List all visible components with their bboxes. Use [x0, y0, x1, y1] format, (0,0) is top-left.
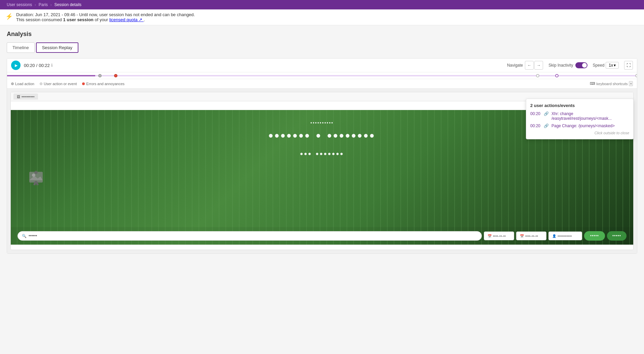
speed-dropdown[interactable]: 1x ▾	[606, 62, 619, 69]
nav-arrows: ← →	[525, 61, 543, 70]
svg-point-2	[34, 171, 38, 174]
browser-tab-icon: 🖼	[17, 95, 20, 99]
main-content: Analysis Timeline Session Replay ▶ 00:20…	[0, 25, 644, 352]
play-icon: ▶	[15, 63, 17, 68]
replay-viewer: 🖼 •••••••••• •••••••• ••••••• •••••••	[7, 88, 637, 253]
popup-event-2: 00:20 🔗 Page Change: /journeys/<masked>	[530, 123, 629, 128]
timeline-dot-red	[114, 74, 117, 77]
tab-session-replay[interactable]: Session Replay	[36, 42, 78, 53]
browser-tab: 🖼 ••••••••••	[13, 94, 38, 100]
event-page-link[interactable]: Page Change: /journeys/<masked>	[551, 123, 615, 128]
legend-item-user: User action or event	[40, 82, 77, 86]
search-icon: 🔍	[22, 234, 27, 238]
legend-dot-user	[40, 82, 42, 85]
search-button-1[interactable]: •••••	[584, 231, 605, 241]
nav-item-session-details[interactable]: Session details	[51, 0, 84, 9]
nav-item-paris[interactable]: Paris	[36, 0, 50, 9]
legend-bar: Load action User action or event Errors …	[7, 79, 637, 88]
search-form: 🔍 •••••• 📅 ••••-••-•• 📅 ••••-••-••	[11, 227, 633, 245]
fullscreen-icon: ⛶	[627, 63, 631, 68]
date-field-1: 📅 ••••-••-••	[484, 232, 514, 240]
skip-inactivity-control: Skip Inactivity	[548, 62, 587, 68]
fullscreen-button[interactable]: ⛶	[624, 61, 633, 70]
session-quota-text: This session consumed 1 user session of …	[16, 17, 195, 22]
popup-title: 2 user actions/events	[530, 103, 629, 108]
play-button[interactable]: ▶	[11, 61, 21, 70]
event-xhr-icon: 🔗	[544, 111, 549, 116]
search-button-2[interactable]: •••••	[607, 231, 627, 241]
keyboard-shortcuts[interactable]: ⌨ keyboard shortcuts ▪	[590, 81, 633, 86]
keyboard-kbd-icon: ▪	[629, 81, 633, 86]
player-container: ▶ 00:20 / 00:22 ℹ Navigate ← → Skip I	[7, 58, 637, 254]
session-info-text: Duration: Jun 17, 2021 - 09:46 - Until n…	[16, 12, 195, 22]
masked-text-small: ••••••••••	[310, 120, 333, 126]
total-time: 00:22	[39, 63, 50, 68]
date-text-1: ••••-••-••	[493, 234, 506, 238]
event-time-1: 00:20	[530, 111, 541, 116]
licensed-quota-link[interactable]: licensed quota ↗	[109, 17, 144, 22]
search-field-text: ••••••	[29, 234, 37, 238]
speed-chevron-icon: ▾	[614, 63, 616, 68]
popup-event-1: 00:20 🔗 Xhr: change /easytravel/rest/jou…	[530, 111, 629, 121]
legend-label-load: Load action	[15, 82, 34, 86]
keyboard-shortcuts-label: keyboard shortcuts	[597, 82, 628, 86]
progress-purple-fill	[7, 75, 95, 76]
calendar-icon-2: 📅	[520, 234, 524, 238]
toggle-knob	[582, 63, 587, 68]
event-xhr-link[interactable]: Xhr: change /easytravel/rest/journeys/<m…	[551, 111, 612, 121]
event-page-icon: 🔗	[544, 123, 549, 128]
traveler-icon: 👤	[552, 234, 556, 238]
top-navigation: User sessions › Paris › Session details	[0, 0, 644, 9]
event-time-2: 00:20	[530, 123, 541, 128]
timeline-dot-4	[635, 74, 637, 77]
event-text-1: Xhr: change /easytravel/rest/journeys/<m…	[551, 111, 629, 121]
timeline-dot-1	[98, 74, 102, 77]
time-info-icon[interactable]: ℹ	[51, 63, 53, 68]
player-controls-bar: ▶ 00:20 / 00:22 ℹ Navigate ← → Skip I	[7, 59, 637, 72]
event-text-2: Page Change: /journeys/<masked>	[551, 123, 615, 128]
analysis-title: Analysis	[7, 31, 637, 38]
session-warning-icon: ⚡	[5, 13, 13, 20]
traveler-text: •••••••••••	[558, 234, 572, 238]
session-info-bar: ⚡ Duration: Jun 17, 2021 - 09:46 - Until…	[0, 9, 644, 25]
skip-inactivity-label: Skip Inactivity	[548, 63, 573, 68]
controls-right: Navigate ← → Skip Inactivity Speed 1x	[507, 61, 633, 70]
keyboard-icon: ⌨	[590, 81, 595, 86]
session-duration-text: Duration: Jun 17, 2021 - 09:46 - Until n…	[16, 12, 195, 17]
nav-back-button[interactable]: ←	[525, 61, 534, 70]
nav-forward-button[interactable]: →	[534, 61, 543, 70]
events-popup: 2 user actions/events 00:20 🔗 Xhr: chang…	[526, 99, 634, 139]
speed-control: Speed 1x ▾	[593, 62, 619, 69]
legend-dot-load	[11, 82, 14, 85]
popup-close-hint: Click outside to close	[530, 131, 629, 135]
travelers-field: 👤 •••••••••••	[548, 232, 582, 240]
progress-bar-container[interactable]	[7, 72, 637, 79]
skip-inactivity-toggle[interactable]	[575, 62, 587, 68]
tab-bar: Timeline Session Replay	[7, 42, 637, 53]
tab-timeline[interactable]: Timeline	[7, 42, 35, 53]
search-field: 🔍 ••••••	[17, 231, 482, 241]
nav-item-user-sessions[interactable]: User sessions	[4, 0, 35, 9]
legend-label-errors: Errors and annoyances	[86, 82, 124, 86]
browser-tab-text: ••••••••••	[22, 95, 35, 99]
timeline-dot-2	[536, 74, 539, 77]
date-field-2: 📅 ••••-••-••	[516, 232, 546, 240]
legend-dot-errors	[82, 82, 85, 85]
masked-icon	[28, 169, 44, 186]
date-text-2: ••••-••-••	[525, 234, 538, 238]
session-quota-strong: 1 user session	[63, 17, 93, 22]
masked-text-medium: ••• •••••••	[300, 149, 344, 159]
time-display: 00:20 / 00:22 ℹ	[24, 63, 53, 68]
timeline-dot-3	[555, 74, 559, 77]
calendar-icon-1: 📅	[488, 234, 492, 238]
speed-label: Speed	[593, 63, 605, 68]
time-separator: /	[36, 63, 38, 68]
masked-text-large: ••••••• • ••••••••	[269, 128, 375, 143]
legend-item-load: Load action	[11, 82, 34, 86]
navigate-label: Navigate	[507, 63, 523, 68]
progress-track[interactable]	[7, 75, 637, 76]
legend-label-user: User action or event	[44, 82, 77, 86]
current-time: 00:20	[24, 63, 35, 68]
legend-item-errors: Errors and annoyances	[82, 82, 124, 86]
